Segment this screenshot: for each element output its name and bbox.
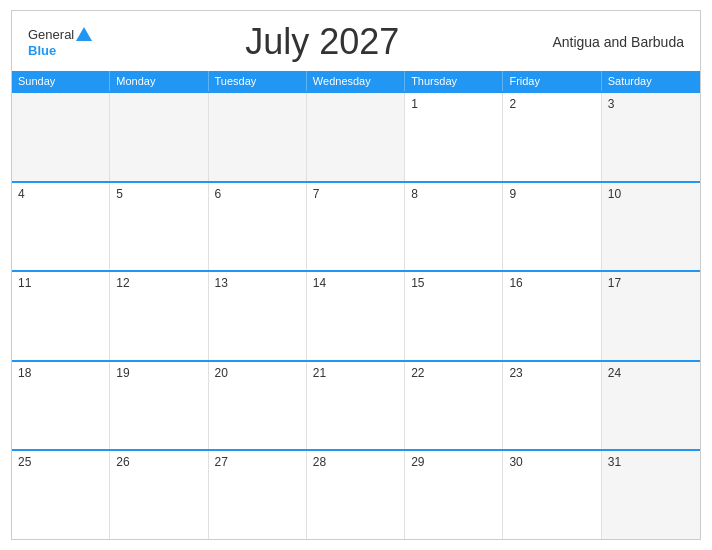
logo-general-text: General [28,27,74,42]
day-cell [110,93,208,181]
day-cell: 7 [307,183,405,271]
logo-blue-text: Blue [28,43,56,58]
header-monday: Monday [110,71,208,91]
country-name: Antigua and Barbuda [552,34,684,50]
day-cell: 28 [307,451,405,539]
header-friday: Friday [503,71,601,91]
day-cell: 2 [503,93,601,181]
calendar-grid: Sunday Monday Tuesday Wednesday Thursday… [12,71,700,539]
day-cell: 23 [503,362,601,450]
header-thursday: Thursday [405,71,503,91]
day-cell: 12 [110,272,208,360]
day-cell: 1 [405,93,503,181]
week-row-1: 1 2 3 [12,91,700,181]
calendar-title: July 2027 [245,21,399,63]
header-sunday: Sunday [12,71,110,91]
day-cell: 9 [503,183,601,271]
day-cell: 21 [307,362,405,450]
day-cell [307,93,405,181]
day-cell: 19 [110,362,208,450]
week-row-5: 25 26 27 28 29 30 31 [12,449,700,539]
day-cell: 15 [405,272,503,360]
week-row-3: 11 12 13 14 15 16 17 [12,270,700,360]
day-cell: 22 [405,362,503,450]
day-cell: 26 [110,451,208,539]
calendar: General Blue July 2027 Antigua and Barbu… [11,10,701,540]
day-cell: 5 [110,183,208,271]
week-row-4: 18 19 20 21 22 23 24 [12,360,700,450]
day-cell: 14 [307,272,405,360]
day-cell [12,93,110,181]
day-cell: 29 [405,451,503,539]
day-cell: 6 [209,183,307,271]
header-tuesday: Tuesday [209,71,307,91]
day-cell: 24 [602,362,700,450]
week-row-2: 4 5 6 7 8 9 10 [12,181,700,271]
day-cell: 27 [209,451,307,539]
day-cell: 20 [209,362,307,450]
day-cell: 18 [12,362,110,450]
logo: General Blue [28,27,92,58]
day-cell: 16 [503,272,601,360]
day-cell: 11 [12,272,110,360]
logo-triangle-icon [76,27,92,41]
day-cell: 4 [12,183,110,271]
day-cell: 17 [602,272,700,360]
day-cell: 30 [503,451,601,539]
weeks-container: 1 2 3 4 5 6 7 8 9 10 11 12 13 14 15 [12,91,700,539]
day-cell: 13 [209,272,307,360]
day-cell: 31 [602,451,700,539]
header-saturday: Saturday [602,71,700,91]
day-cell [209,93,307,181]
day-cell: 8 [405,183,503,271]
day-cell: 10 [602,183,700,271]
day-cell: 25 [12,451,110,539]
day-cell: 3 [602,93,700,181]
header-wednesday: Wednesday [307,71,405,91]
days-header: Sunday Monday Tuesday Wednesday Thursday… [12,71,700,91]
calendar-header: General Blue July 2027 Antigua and Barbu… [12,11,700,71]
